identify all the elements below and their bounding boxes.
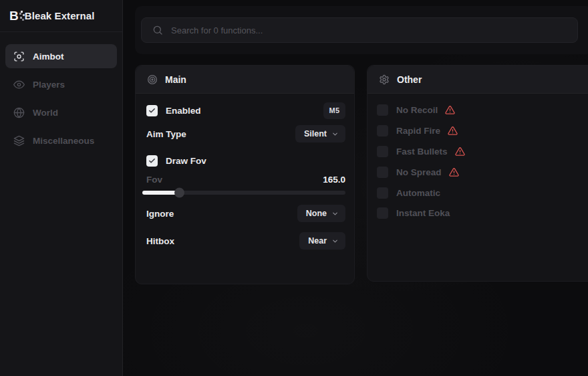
- rapid-fire-checkbox[interactable]: [377, 125, 388, 136]
- app-title: Bleak External: [25, 10, 95, 21]
- sidebar-item-world[interactable]: World: [5, 100, 117, 124]
- hitbox-row: Hitbox Near: [146, 232, 345, 250]
- hitbox-value: Near: [308, 236, 327, 246]
- warning-icon: [448, 126, 458, 136]
- globe-icon: [13, 107, 25, 118]
- hitbox-dropdown[interactable]: Near: [299, 232, 345, 250]
- layers-icon: [13, 135, 25, 147]
- sidebar-item-label: Players: [33, 80, 65, 90]
- toggle-row-automatic: Automatic: [377, 187, 584, 199]
- no-spread-label: No Spread: [396, 167, 442, 177]
- fov-slider[interactable]: [142, 188, 345, 197]
- automatic-label: Automatic: [396, 188, 440, 198]
- other-panel: Other No Recoil Rapid Fire Fast Bullets …: [367, 65, 588, 282]
- fov-slider-fill: [142, 191, 179, 195]
- fov-slider-track[interactable]: [142, 191, 345, 195]
- toggle-row-fast-bullets: Fast Bullets: [377, 145, 584, 157]
- draw-fov-row: Draw Fov: [146, 152, 345, 169]
- no-recoil-label: No Recoil: [396, 105, 438, 115]
- toggle-row-rapid-fire: Rapid Fire: [377, 124, 584, 136]
- aim-type-dropdown[interactable]: Silent: [295, 125, 345, 143]
- enabled-label: Enabled: [166, 106, 201, 116]
- draw-fov-label: Draw Fov: [166, 156, 206, 166]
- automatic-checkbox[interactable]: [377, 187, 388, 199]
- fov-slider-thumb[interactable]: [174, 188, 184, 198]
- chevron-down-icon: [331, 130, 339, 138]
- sidebar-header: B Bleak External: [0, 0, 122, 32]
- main-panel-header: Main: [136, 66, 354, 94]
- aim-type-row: Aim Type Silent: [146, 125, 345, 143]
- warning-icon: [455, 147, 465, 157]
- draw-fov-checkbox[interactable]: [146, 155, 158, 167]
- instant-eoka-checkbox[interactable]: [377, 207, 388, 219]
- sidebar-item-miscellaneous[interactable]: Miscellaneous: [5, 128, 117, 153]
- crosshair-focus-icon: [13, 51, 25, 62]
- target-icon: [147, 74, 158, 85]
- sidebar-item-aimbot[interactable]: Aimbot: [5, 44, 117, 68]
- hitbox-label: Hitbox: [146, 236, 174, 246]
- sidebar-nav: Aimbot Players World Miscellaneous: [0, 32, 122, 153]
- fast-bullets-checkbox[interactable]: [377, 146, 388, 157]
- toggle-row-no-recoil: No Recoil: [377, 104, 584, 116]
- chevron-down-icon: [331, 238, 339, 245]
- main-panel: Main Enabled M5 Aim Type Silent Draw Fov…: [135, 65, 355, 284]
- no-spread-checkbox[interactable]: [377, 167, 388, 178]
- search-bar-container: [135, 6, 588, 54]
- ignore-row: Ignore None: [146, 205, 345, 222]
- ignore-value: None: [306, 209, 327, 218]
- other-panel-title: Other: [397, 74, 422, 85]
- sidebar-item-label: Miscellaneous: [33, 136, 94, 146]
- warning-icon: [449, 167, 459, 177]
- keybind-button[interactable]: M5: [323, 102, 345, 119]
- sidebar-item-players[interactable]: Players: [5, 72, 117, 96]
- sidebar-item-label: World: [33, 108, 58, 118]
- fov-label: Fov: [146, 175, 162, 185]
- other-panel-header: Other: [368, 66, 588, 94]
- enabled-row: Enabled M5: [146, 102, 345, 119]
- sidebar-item-label: Aimbot: [33, 52, 64, 62]
- main-panel-title: Main: [165, 74, 186, 85]
- ignore-label: Ignore: [146, 209, 174, 219]
- fov-value: 165.0: [323, 175, 345, 185]
- eye-icon: [13, 79, 25, 90]
- fast-bullets-label: Fast Bullets: [396, 147, 448, 157]
- sidebar: B Bleak External Aimbot Players World M: [0, 0, 123, 376]
- toggle-row-instant-eoka: Instant Eoka: [377, 207, 584, 219]
- enabled-checkbox[interactable]: [146, 105, 158, 116]
- chevron-down-icon: [331, 210, 339, 217]
- app-logo: B: [9, 9, 18, 22]
- warning-icon: [445, 105, 455, 115]
- toggle-row-no-spread: No Spread: [377, 166, 584, 178]
- aim-type-value: Silent: [304, 129, 327, 138]
- no-recoil-checkbox[interactable]: [377, 104, 388, 116]
- search-icon: [152, 25, 163, 35]
- ignore-dropdown[interactable]: None: [297, 205, 345, 222]
- instant-eoka-label: Instant Eoka: [396, 208, 450, 218]
- rapid-fire-label: Rapid Fire: [396, 126, 440, 136]
- search-box[interactable]: [141, 17, 578, 43]
- search-input[interactable]: [171, 25, 567, 35]
- fov-row: Fov 165.0: [146, 173, 345, 186]
- gear-icon: [379, 74, 390, 85]
- aim-type-label: Aim Type: [146, 129, 186, 139]
